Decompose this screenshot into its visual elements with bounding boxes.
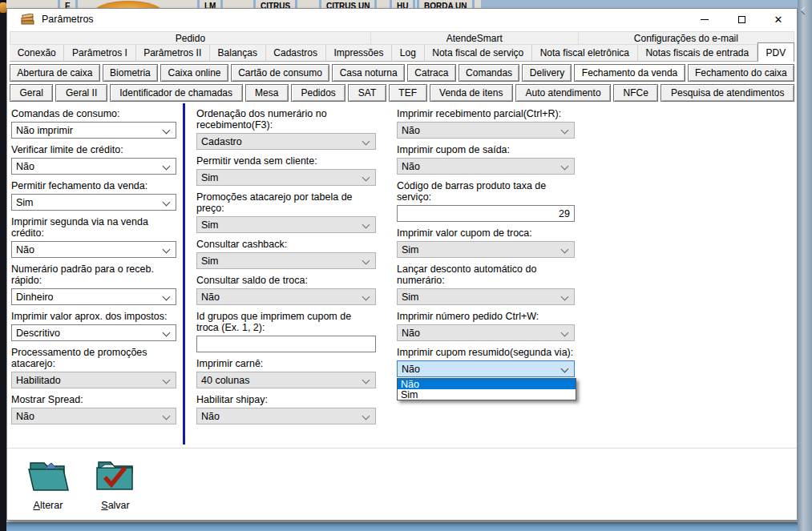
combo-consultar-saldo-de-troca[interactable]: Não: [196, 288, 376, 305]
window-title: Parâmetros: [42, 14, 94, 25]
tab-comandas[interactable]: Comandas: [459, 64, 520, 82]
chevron-down-icon: [362, 174, 370, 182]
tab-pedidos[interactable]: Pedidos: [291, 84, 345, 102]
combo-value: Sim: [16, 197, 34, 208]
tab-biometria[interactable]: Biometria: [103, 64, 158, 82]
tab-fechamento-da-venda[interactable]: Fechamento da venda: [574, 64, 685, 82]
tab-identificador-de-chamadas[interactable]: Identificador de chamadas: [110, 84, 243, 102]
tab-sat[interactable]: SAT: [348, 84, 386, 102]
tab-mesa[interactable]: Mesa: [245, 84, 289, 102]
tab-delivery[interactable]: Delivery: [522, 64, 572, 82]
column-middle: Ordenação dos numerário no recebimento(F…: [196, 108, 376, 430]
tab-cartao-de-consumo[interactable]: Cartão de consumo: [231, 64, 329, 82]
input-id-grupos-cupom-troca[interactable]: [196, 336, 376, 352]
tab-nota-fiscal-de-servico[interactable]: Nota fiscal de serviço: [425, 45, 532, 62]
field-label: Habilitar shipay:: [196, 394, 376, 405]
tab-parametros-ii[interactable]: Parâmetros II: [136, 45, 210, 62]
tab-impressoes[interactable]: Impressões: [326, 45, 392, 62]
input-codigo-barras-taxa-servico[interactable]: [397, 205, 575, 222]
combo-imprimir-cupom-de-saida[interactable]: Não: [397, 158, 575, 175]
tab-nfce[interactable]: NFCe: [613, 84, 658, 102]
field-label: Imprimir número pedido Ctrl+W:: [397, 311, 575, 322]
combo-numerario-padrao-receb-rapido[interactable]: Dinheiro: [11, 288, 176, 305]
combo-imprimir-segunda-via-venda-credito[interactable]: Não: [11, 241, 176, 258]
combo-permitir-fechamento-da-venda[interactable]: Sim: [11, 194, 176, 211]
combo-imprimir-cupom-resumido[interactable]: Não: [397, 360, 575, 377]
field-label: Imprimir cupom de saída:: [397, 144, 575, 155]
background-button[interactable]: E: [58, 0, 78, 8]
tab-nota-fiscal-eletronica[interactable]: Nota fiscal eletrônica: [532, 45, 638, 62]
tab-row-1: Pedido AtendeSmart Configurações do e-ma…: [10, 31, 794, 45]
combo-promocoes-atacarejo-tabela-preco[interactable]: Sim: [196, 216, 376, 233]
salvar-button-label: Salvar: [101, 500, 129, 511]
chevron-down-icon: [163, 293, 171, 301]
field-imprimir-cupom-resumido: Imprimir cupom resumido(segunda via): Nã…: [397, 347, 575, 377]
tab-auto-atendimento[interactable]: Auto atendimento: [515, 84, 611, 102]
combo-imprimir-valor-cupom-troca[interactable]: Sim: [397, 241, 575, 258]
tab-pedido[interactable]: Pedido: [10, 31, 371, 45]
tab-conexao[interactable]: Conexão: [10, 45, 64, 62]
combo-habilitar-shipay[interactable]: Não: [196, 408, 376, 424]
field-label: Código de barras produto taxa de serviço…: [397, 180, 575, 203]
tab-venda-de-itens[interactable]: Venda de itens: [430, 84, 513, 102]
combo-consultar-cashback[interactable]: Sim: [196, 252, 376, 269]
background-button[interactable]: CITRUS: [253, 0, 297, 8]
field-id-grupos-cupom-troca: Id grupos que imprimem cupom de troca (E…: [196, 311, 376, 352]
chevron-down-icon: [163, 376, 171, 384]
combo-verificar-limite-de-credito[interactable]: Não: [11, 158, 176, 175]
tab-atendesmart[interactable]: AtendeSmart: [371, 31, 579, 45]
tab-geral-ii[interactable]: Geral II: [55, 84, 107, 102]
window-icon: [21, 14, 34, 26]
tab-fechamento-do-caixa[interactable]: Fechamento do caixa: [688, 64, 794, 82]
parametros-dialog: Parâmetros ✕ Pedido AtendeSmart Configur…: [6, 8, 798, 521]
combo-value: Sim: [201, 255, 219, 267]
field-lancar-desconto-automatico: Lançar desconto automático do numerário:…: [397, 263, 575, 305]
tab-row-2: Conexão Parâmetros I Parâmetros II Balan…: [10, 45, 794, 62]
combo-lancar-desconto-automatico[interactable]: Sim: [397, 288, 575, 305]
field-label: Consultar cashback:: [196, 239, 376, 250]
background-button[interactable]: HU: [390, 0, 415, 8]
tab-abertura-de-caixa[interactable]: Abertura de caixa: [10, 64, 100, 82]
close-button[interactable]: ✕: [760, 9, 797, 30]
tab-log[interactable]: Log: [392, 45, 424, 62]
field-imprimir-valor-aprox-impostos: Imprimir valor aprox. dos impostos: Desc…: [11, 311, 176, 341]
tab-notas-fiscais-de-entrada[interactable]: Notas fiscais de entrada: [638, 45, 757, 62]
combo-ordenacao-numerario-recebimento[interactable]: Cadastro: [196, 133, 376, 150]
combo-imprimir-numero-pedido[interactable]: Não: [397, 324, 575, 341]
field-label: Permitir fechamento da venda:: [11, 180, 176, 191]
tab-cadastros[interactable]: Cadastros: [266, 45, 326, 62]
field-label: Id grupos que imprimem cupom de troca (E…: [196, 311, 376, 333]
tab-balancas[interactable]: Balanças: [210, 45, 266, 62]
combo-comandas-de-consumo[interactable]: Não imprimir: [11, 122, 176, 139]
background-button[interactable]: CITRUS UN: [319, 0, 377, 8]
tab-pesquisa-de-atendimentos[interactable]: Pesquisa de atendimentos: [661, 84, 794, 102]
field-ordenacao-numerario-recebimento: Ordenação dos numerário no recebimento(F…: [196, 108, 376, 150]
tab-geral[interactable]: Geral: [10, 84, 53, 102]
tab-casa-noturna[interactable]: Casa noturna: [332, 64, 405, 82]
combo-imprimir-valor-aprox-impostos[interactable]: Descritivo: [11, 324, 176, 341]
alterar-button[interactable]: Alterar: [26, 456, 70, 511]
background-button[interactable]: LM: [197, 0, 223, 8]
salvar-button[interactable]: Salvar: [94, 456, 137, 511]
combo-permitir-venda-sem-cliente[interactable]: Sim: [196, 169, 376, 186]
minimize-button[interactable]: [686, 9, 723, 30]
chevron-down-icon: [163, 199, 171, 207]
dropdown-option-nao[interactable]: Não: [398, 379, 576, 389]
chevron-down-icon: [163, 329, 171, 337]
combo-imprimir-carne[interactable]: 40 colunas: [196, 372, 376, 388]
background-button[interactable]: BORDA UN: [417, 0, 475, 8]
tab-pdv[interactable]: PDV: [757, 42, 794, 62]
combo-value: Não: [16, 161, 34, 172]
field-label: Consultar saldo de troca:: [196, 275, 376, 286]
combo-processamento-promocoes-atacarejo[interactable]: Habilitado: [11, 372, 176, 388]
field-label: Mostrar Spread:: [11, 394, 176, 405]
tab-caixa-online[interactable]: Caixa online: [160, 64, 228, 82]
dropdown-option-sim[interactable]: Sim: [398, 389, 576, 400]
maximize-button[interactable]: [723, 9, 760, 30]
combo-imprimir-recebimento-parcial[interactable]: Não: [397, 122, 575, 139]
tab-catraca[interactable]: Catraca: [407, 64, 456, 82]
chevron-down-icon: [561, 163, 569, 171]
combo-mostrar-spread[interactable]: Não: [11, 408, 176, 424]
tab-tef[interactable]: TEF: [389, 84, 427, 102]
tab-parametros-i[interactable]: Parâmetros I: [64, 45, 135, 62]
